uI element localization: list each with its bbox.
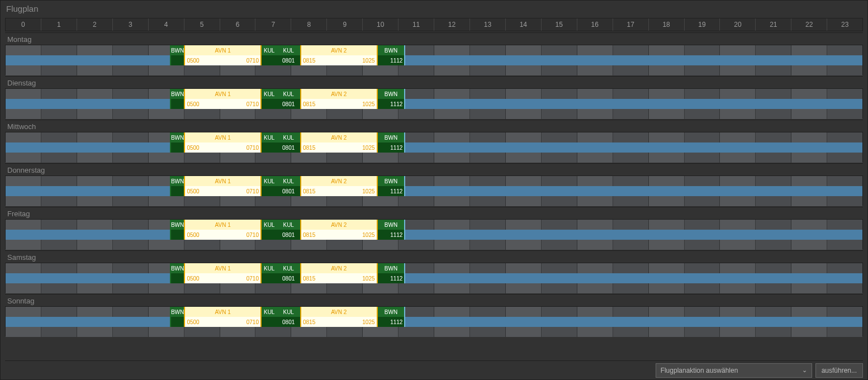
ruler-hour: 3 [113,18,149,31]
ground-segment[interactable]: BWN [170,307,184,327]
segment-label: KUL [277,263,300,273]
segment-times: 1112 [378,273,405,283]
ground-segment[interactable]: BWN [170,45,184,65]
ground-segment[interactable]: KUL [262,176,277,196]
segment-times [171,230,184,240]
availability-stripe [6,142,862,153]
flight-segment[interactable]: AVN 208151025 [300,132,378,153]
flight-segment[interactable]: AVN 105000710 [184,220,262,240]
day-timeline[interactable]: BWNAVN 105000710KULKUL0801AVN 208151025B… [5,45,863,75]
segment-label: AVN 1 [185,89,260,99]
segment-label: BWN [378,307,405,317]
ground-segment[interactable]: BWN [170,132,184,153]
segment-times: 0801 [277,273,300,283]
ground-segment[interactable]: BWN [170,176,184,196]
flight-segment[interactable]: AVN 105000710 [184,263,262,283]
day-timeline[interactable]: BWNAVN 105000710KULKUL0801AVN 208151025B… [5,306,863,336]
day-block: MittwochBWNAVN 105000710KULKUL0801AVN 20… [5,120,863,162]
segment-times [171,186,184,196]
segment-times: 05000710 [185,273,260,283]
ruler-hour: 22 [791,18,827,31]
segment-times: 05000710 [185,99,260,109]
ground-segment[interactable]: KUL [262,220,277,240]
ruler-hour: 20 [720,18,756,31]
segment-times: 0801 [277,230,300,240]
ruler-hour: 18 [649,18,685,31]
flight-segment[interactable]: AVN 208151025 [300,307,378,327]
ground-segment[interactable]: KUL0801 [277,132,300,153]
segment-times: 08151025 [301,142,377,153]
ground-segment[interactable]: BWN1112 [378,307,406,327]
ground-segment[interactable]: KUL [262,89,277,109]
day-label: Dienstag [5,76,863,88]
day-timeline[interactable]: BWNAVN 105000710KULKUL0801AVN 208151025B… [5,175,863,206]
segment-label: AVN 1 [185,45,260,55]
execute-button-label: ausführen... [822,367,857,374]
segment-label: KUL [262,263,277,273]
segment-times [262,55,277,65]
ground-segment[interactable]: BWN1112 [378,45,406,65]
segment-label: KUL [277,307,300,317]
segment-label: AVN 2 [301,263,377,273]
segment-times [262,230,277,240]
execute-button[interactable]: ausführen... [815,363,863,378]
flight-segment[interactable]: AVN 105000710 [184,89,262,109]
ground-segment[interactable]: BWN1112 [378,220,406,240]
ground-segment[interactable]: BWN1112 [378,132,406,153]
segment-label: KUL [262,89,277,99]
ground-segment[interactable]: KUL [262,263,277,283]
segment-label: BWN [378,176,405,186]
action-select[interactable]: Flugplanaktion auswählen ⌄ [656,363,812,378]
flight-segment[interactable]: AVN 208151025 [300,89,378,109]
ground-segment[interactable]: KUL0801 [277,263,300,283]
segment-label: KUL [262,176,277,186]
ground-segment[interactable]: KUL0801 [277,220,300,240]
segment-label: AVN 2 [301,132,377,142]
segment-label: KUL [277,89,300,99]
footer-bar: Flugplanaktion auswählen ⌄ ausführen... [5,360,863,377]
flight-segment[interactable]: AVN 105000710 [184,45,262,65]
ruler-hour: 7 [255,18,291,31]
segment-times: 0801 [277,55,300,65]
flight-segment[interactable]: AVN 208151025 [300,45,378,65]
flight-segment[interactable]: AVN 208151025 [300,176,378,196]
segment-label: AVN 2 [301,45,377,55]
day-timeline[interactable]: BWNAVN 105000710KULKUL0801AVN 208151025B… [5,132,863,162]
ground-segment[interactable]: BWN [170,89,184,109]
day-timeline[interactable]: BWNAVN 105000710KULKUL0801AVN 208151025B… [5,263,863,293]
availability-stripe [6,99,862,109]
ground-segment[interactable]: KUL0801 [277,307,300,327]
segment-label: BWN [171,89,184,99]
segment-times [262,317,277,327]
flight-segment[interactable]: AVN 208151025 [300,220,378,240]
ground-segment[interactable]: KUL0801 [277,176,300,196]
ground-segment[interactable]: KUL [262,132,277,153]
ruler-hour: 0 [6,18,41,31]
ground-segment[interactable]: BWN1112 [378,89,406,109]
ground-segment[interactable]: KUL0801 [277,89,300,109]
ground-segment[interactable]: BWN [170,220,184,240]
availability-stripe [6,273,862,283]
ground-segment[interactable]: BWN [170,263,184,283]
ground-segment[interactable]: KUL [262,45,277,65]
ground-segment[interactable]: KUL [262,307,277,327]
ruler-hour: 23 [827,18,862,31]
flight-segment[interactable]: AVN 105000710 [184,307,262,327]
ground-segment[interactable]: BWN1112 [378,263,406,283]
day-label: Donnerstag [5,163,863,175]
segment-label: AVN 2 [301,220,377,230]
flight-segment[interactable]: AVN 105000710 [184,176,262,196]
flight-segment[interactable]: AVN 208151025 [300,263,378,283]
days-container: MontagBWNAVN 105000710KULKUL0801AVN 2081… [5,32,863,336]
flight-segment[interactable]: AVN 105000710 [184,132,262,153]
day-label: Sonntag [5,294,863,306]
day-timeline[interactable]: BWNAVN 105000710KULKUL0801AVN 208151025B… [5,219,863,249]
day-timeline[interactable]: BWNAVN 105000710KULKUL0801AVN 208151025B… [5,88,863,118]
segment-times: 1112 [378,99,405,109]
ground-segment[interactable]: KUL0801 [277,45,300,65]
ground-segment[interactable]: BWN1112 [378,176,406,196]
availability-stripe [6,230,862,240]
segment-label: KUL [277,220,300,230]
segment-label: KUL [277,45,300,55]
ruler-hour: 10 [363,18,399,31]
